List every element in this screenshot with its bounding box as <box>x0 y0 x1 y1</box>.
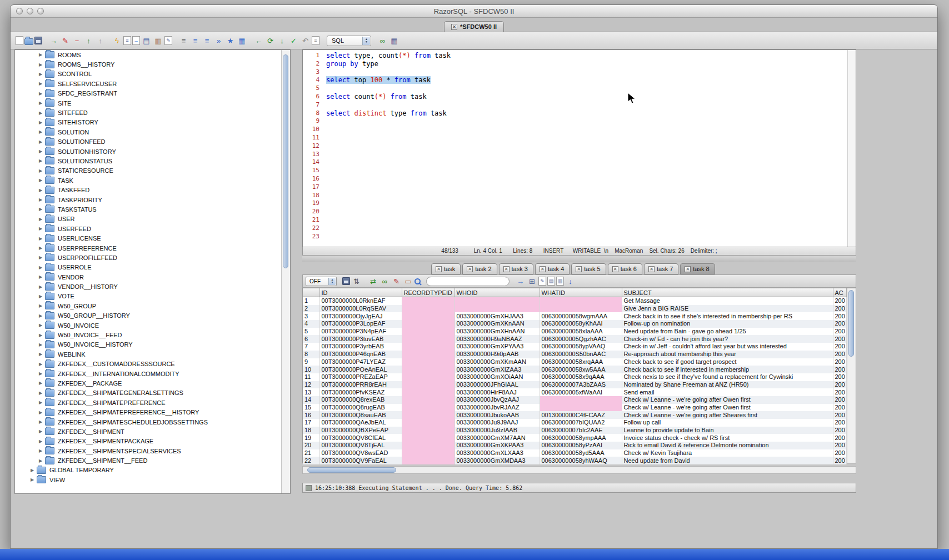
expand-triangle-icon[interactable] <box>37 207 44 212</box>
table-cell[interactable]: 200 <box>833 427 846 434</box>
results-horizontal-thumb[interactable] <box>307 467 396 473</box>
copy-icon[interactable]: ▤ <box>141 36 152 46</box>
code-line[interactable]: select top 100 * from task <box>326 76 847 84</box>
expand-triangle-icon[interactable] <box>37 391 44 396</box>
table-row[interactable]: 1700T3000000QAeJbEAL0033000000Ju9J9AAJ00… <box>303 419 846 427</box>
table-cell[interactable]: Check-in w/ Ed - can he join this year? <box>622 335 833 343</box>
table-cell[interactable]: 200 <box>833 366 846 373</box>
save-results-icon[interactable] <box>342 277 350 285</box>
table-cell[interactable]: Invoice status check - check w/ RS first <box>622 434 833 442</box>
tree-item-global-temporary[interactable]: GLOBAL TEMPORARY <box>15 466 290 475</box>
paste-icon[interactable]: ▥ <box>153 36 163 46</box>
table-cell[interactable]: 200 <box>833 320 846 328</box>
result-tab-task-4[interactable]: task 4 <box>535 263 570 274</box>
table-cell[interactable]: 006300000058xw5AAA <box>540 366 622 373</box>
tree-item-weblink[interactable]: WEBLINK <box>15 349 290 359</box>
table-cell[interactable]: 00630000005xfWaAAI <box>540 388 622 396</box>
table-cell[interactable]: Check back to see if good target prospec… <box>622 358 833 366</box>
expand-triangle-icon[interactable] <box>37 333 44 338</box>
table-cell[interactable]: 00T3000000QAeJbEAL <box>319 419 402 427</box>
expand-triangle-icon[interactable] <box>29 477 36 482</box>
table-cell[interactable]: 0033000000H9i0pAAB <box>454 351 540 358</box>
code-line[interactable] <box>326 126 847 134</box>
table-cell[interactable]: 006300000058yPzAAI <box>540 442 622 449</box>
code-line[interactable] <box>326 208 847 216</box>
table-row[interactable]: 1900T3000000QV8CfEAL0033000000GmXM7AAN00… <box>303 434 846 442</box>
table-cell[interactable]: 0033000000H9aNBAAZ <box>454 335 540 343</box>
results-window-icon[interactable]: ▦ <box>389 36 399 46</box>
expand-triangle-icon[interactable] <box>37 246 44 251</box>
table-cell[interactable]: Need update from Bain - gave go ahead 1/… <box>622 328 833 336</box>
table-row[interactable]: 700T3000000P3yrbEAB0033000000GmXPYAA3006… <box>303 343 846 351</box>
result-tab-task-5[interactable]: task 5 <box>571 263 606 274</box>
table-cell[interactable]: 0033000000GmXPYAA3 <box>454 343 540 351</box>
expand-triangle-icon[interactable] <box>37 448 44 453</box>
result-tab-task-8[interactable]: task 8 <box>680 263 715 274</box>
tree-item-solutionfeed[interactable]: SOLUTIONFEED <box>15 137 290 147</box>
table-cell[interactable]: 00T3000000L0RknEAF <box>319 297 402 305</box>
expand-triangle-icon[interactable] <box>37 188 44 193</box>
table-cell[interactable]: 00T3000000P3yrbEAB <box>319 343 402 351</box>
table-cell[interactable]: 00630000007bIc2AAE <box>540 427 622 434</box>
table-cell[interactable] <box>402 427 454 434</box>
table-cell[interactable] <box>402 449 454 457</box>
back-arrow-icon[interactable]: ← <box>253 36 264 46</box>
expand-triangle-icon[interactable] <box>37 400 44 405</box>
expand-triangle-icon[interactable] <box>37 101 44 106</box>
table-cell[interactable]: 200 <box>833 449 846 457</box>
expand-triangle-icon[interactable] <box>37 158 44 163</box>
table-cell[interactable] <box>402 381 454 389</box>
table-cell[interactable]: 0033000000GmXHnAAN <box>454 328 540 336</box>
editor-scrollbar[interactable] <box>847 50 856 247</box>
code-line[interactable] <box>326 216 847 224</box>
tree-item-zkfedex-shipment-feed[interactable]: ZKFEDEX__SHIPMENT__FEED <box>15 456 290 465</box>
table-cell[interactable] <box>402 457 454 464</box>
open-file-icon[interactable] <box>24 38 33 45</box>
table-cell[interactable]: Need update from David <box>622 457 833 464</box>
expand-triangle-icon[interactable] <box>37 91 44 96</box>
table-row[interactable]: 100T3000000L0RknEAFGet Massage200 <box>303 297 846 305</box>
tree-item-zkfedex-customaddresssource[interactable]: ZKFEDEX__CUSTOMADDRESSSOURCE <box>15 359 290 369</box>
table-cell[interactable]: 200 <box>833 411 846 419</box>
document-tab[interactable]: *SFDCW50 II <box>444 21 504 32</box>
expand-triangle-icon[interactable] <box>37 81 44 86</box>
table-cell[interactable]: Re-approach about membership this year <box>622 351 833 358</box>
table-cell[interactable] <box>454 297 540 305</box>
new-table-icon[interactable]: ▦ <box>237 36 247 46</box>
table-cell[interactable]: 0033000000GmXKnAAN <box>454 320 540 328</box>
link-rows-icon[interactable]: ∞ <box>379 276 390 287</box>
table-cell[interactable]: 00T3000000L0RqSEAV <box>319 305 402 313</box>
table-cell[interactable]: 200 <box>833 434 846 442</box>
code-line[interactable]: select type, count(*) from task <box>326 52 847 60</box>
title-bar[interactable]: RazorSQL - SFDCW50 II <box>11 5 937 18</box>
table-cell[interactable]: 200 <box>833 305 846 313</box>
tree-item-user[interactable]: USER <box>15 214 290 224</box>
table-cell[interactable] <box>402 366 454 373</box>
table-cell[interactable]: 006300000058yd5AAA <box>540 449 622 457</box>
sort-columns-icon[interactable]: ⇅ <box>351 276 362 287</box>
table-row[interactable]: 400T3000000P3LopEAF0033000000GmXKnAAN006… <box>303 320 846 328</box>
zoom-button[interactable] <box>37 8 44 14</box>
edit-page-icon[interactable]: ✎ <box>538 277 546 286</box>
table-cell[interactable]: Nominated by Shane Freeman at ANZ (HR50) <box>622 381 833 389</box>
auto-commit-icon[interactable]: ∞ <box>377 36 388 46</box>
minimize-button[interactable] <box>27 8 33 14</box>
tree-item-solutionstatus[interactable]: SOLUTIONSTATUS <box>15 156 290 166</box>
table-cell[interactable]: 0033000000GmXM7AAN <box>454 434 540 442</box>
table-row[interactable]: 1500T3000000Q8rugEAB0033000000JbvRJAAZCh… <box>303 404 846 412</box>
tree-item-task[interactable]: TASK <box>15 176 290 185</box>
table-row[interactable]: 1800T3000000QBXPeEAP0033000000Ju9zIAAB00… <box>303 427 846 434</box>
tree-item-rooms-history[interactable]: ROOMS__HISTORY <box>15 59 290 69</box>
tree-item-vendor-history[interactable]: VENDOR__HISTORY <box>15 282 290 291</box>
code-line[interactable]: group by type <box>326 60 847 68</box>
table-cell[interactable]: 0033000000Ju9zIAAB <box>454 427 540 434</box>
table-cell[interactable]: Send email <box>622 388 833 396</box>
table-row[interactable]: 2000T3000000QV8TjEAL0033000000GmXKPAA300… <box>303 442 846 449</box>
tree-item-zkfedex-package[interactable]: ZKFEDEX__PACKAGE <box>15 378 290 388</box>
table-cell[interactable] <box>540 396 622 404</box>
table-cell[interactable]: 200 <box>833 343 846 351</box>
tree-item-zkfedex-shipmategeneralsettings[interactable]: ZKFEDEX__SHIPMATEGENERALSETTINGS <box>15 388 290 398</box>
table-cell[interactable] <box>402 312 454 320</box>
expand-triangle-icon[interactable] <box>37 139 44 144</box>
table-cell[interactable] <box>402 343 454 351</box>
